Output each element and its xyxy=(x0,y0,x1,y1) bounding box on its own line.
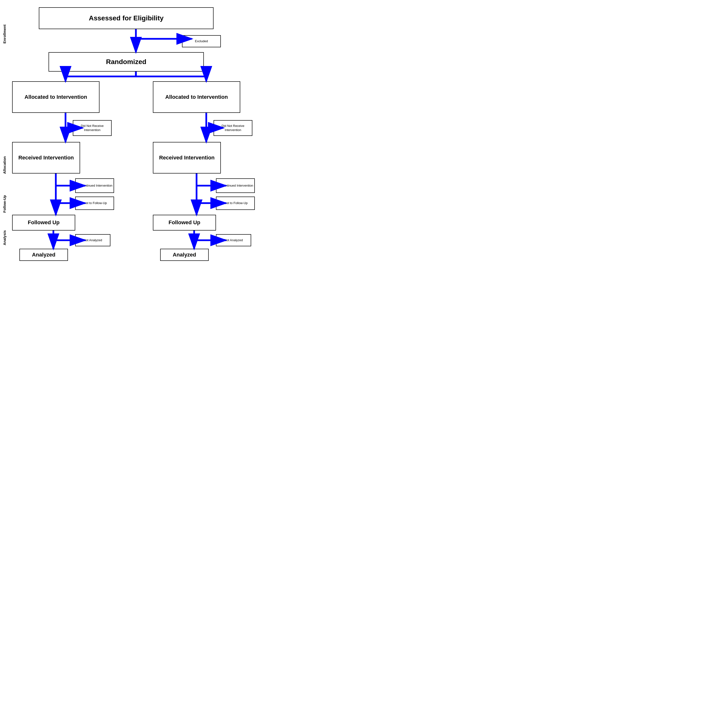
box-did-not-left: Did Not Receive Intervention xyxy=(73,120,112,136)
box-analyzed-right: Analyzed xyxy=(160,249,209,261)
box-not-analyzed-left: Not Analyzed xyxy=(75,234,110,246)
box-received-right: Received Intervention xyxy=(153,142,221,173)
box-lost-left: Lost to Follow-Up xyxy=(75,197,114,210)
box-randomized: Randomized xyxy=(49,52,204,72)
box-alloc-right: Allocated to Intervention xyxy=(153,81,240,113)
label-analysis: Analysis xyxy=(0,219,9,257)
label-enrollment: Enrollment xyxy=(0,7,9,61)
box-eligibility: Assessed for Eligibility xyxy=(39,7,214,29)
box-followed-left: Followed Up xyxy=(12,215,75,231)
box-disc-left: Discontinued Intervention xyxy=(75,178,114,193)
box-alloc-left: Allocated to Intervention xyxy=(12,81,99,113)
box-received-left: Received Intervention xyxy=(12,142,80,173)
box-disc-right: Discontinued Intervention xyxy=(216,178,255,193)
box-followed-right: Followed Up xyxy=(153,215,216,231)
box-not-analyzed-right: Not Analyzed xyxy=(216,234,251,246)
box-excluded: Excluded xyxy=(182,35,221,47)
box-lost-right: Lost to Follow-Up xyxy=(216,197,255,210)
box-analyzed-left: Analyzed xyxy=(20,249,68,261)
box-did-not-right: Did Not Receive Intervention xyxy=(214,120,252,136)
diagram-container: Enrollment Allocation Follow-Up Analysis… xyxy=(0,0,262,262)
